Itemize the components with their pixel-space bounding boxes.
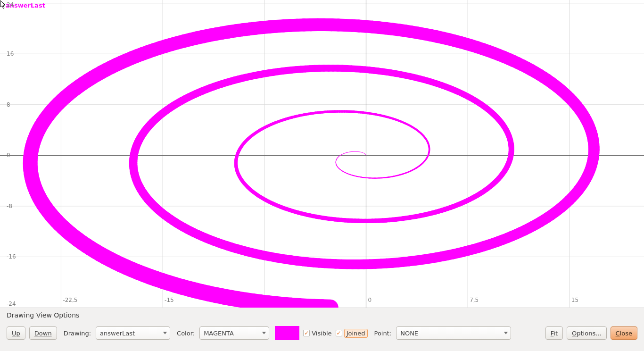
joined-checkbox-wrap[interactable]: Joined: [336, 329, 368, 338]
color-label: Color:: [174, 330, 196, 337]
svg-text:24: 24: [7, 1, 14, 8]
fit-button-label: Fit: [551, 330, 558, 337]
svg-text:-15: -15: [165, 297, 174, 303]
svg-text:-22,5: -22,5: [63, 297, 77, 303]
fit-button[interactable]: Fit: [545, 326, 563, 340]
joined-checkbox-label: Joined: [344, 329, 368, 338]
svg-text:0: 0: [368, 297, 372, 303]
plot-canvas[interactable]: -22,5-15-7,507,515-24-16-8081624: [0, 0, 644, 308]
close-button-label: Close: [616, 330, 632, 337]
point-label: Point:: [372, 330, 393, 337]
visible-checkbox[interactable]: [303, 330, 310, 336]
point-combobox-value: NONE: [400, 330, 418, 337]
close-button[interactable]: Close: [611, 326, 637, 340]
svg-text:-16: -16: [7, 253, 16, 260]
chevron-down-icon: [163, 332, 167, 334]
controls-row: Up Down Drawing: answerLast Color: MAGEN…: [7, 324, 637, 343]
visible-checkbox-wrap[interactable]: Visible: [303, 330, 331, 337]
drawing-view-options-panel: Drawing View Options Up Down Drawing: an…: [0, 308, 644, 351]
svg-text:16: 16: [7, 50, 14, 57]
svg-text:0: 0: [7, 152, 10, 159]
options-button-label: Options...: [572, 330, 602, 337]
point-combobox[interactable]: NONE: [396, 326, 511, 340]
drawing-combobox-value: answerLast: [100, 330, 135, 337]
options-button[interactable]: Options...: [567, 326, 607, 340]
svg-text:7,5: 7,5: [470, 297, 479, 303]
svg-text:8: 8: [7, 101, 10, 108]
joined-checkbox[interactable]: [336, 330, 342, 336]
panel-title: Drawing View Options: [7, 308, 637, 324]
drawing-combobox[interactable]: answerLast: [96, 326, 170, 340]
svg-text:-24: -24: [7, 301, 16, 307]
drawing-label: Drawing:: [61, 330, 92, 337]
color-combobox-value: MAGENTA: [204, 330, 234, 337]
svg-text:15: 15: [571, 297, 578, 303]
color-swatch: [275, 326, 299, 340]
visible-checkbox-label: Visible: [312, 330, 331, 337]
chevron-down-icon: [262, 332, 266, 334]
up-button[interactable]: Up: [7, 326, 25, 340]
chevron-down-icon: [504, 332, 508, 334]
color-combobox[interactable]: MAGENTA: [199, 326, 269, 340]
down-button[interactable]: Down: [29, 326, 57, 340]
svg-text:-8: -8: [7, 203, 12, 209]
plot-area[interactable]: answerLast -22,5-15-7,507,515-24-16-8081…: [0, 0, 644, 308]
